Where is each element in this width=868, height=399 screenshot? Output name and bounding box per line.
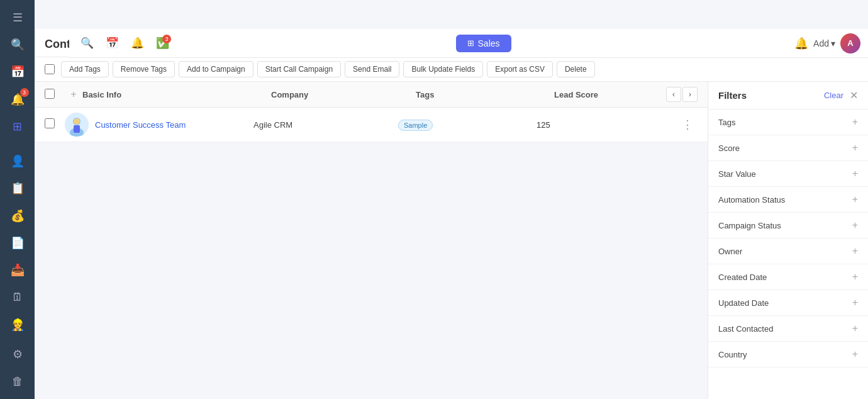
remove-tags-button[interactable]: Remove Tags bbox=[113, 61, 175, 77]
filter-created-date-label: Created Date bbox=[718, 273, 767, 282]
filter-updated-date-label: Updated Date bbox=[718, 298, 769, 308]
crm-icon[interactable]: ⊞ bbox=[5, 114, 30, 138]
row-company: Agile CRM bbox=[253, 120, 398, 130]
sales-button[interactable]: ⊞ Sales bbox=[456, 35, 511, 52]
next-page-button[interactable]: › bbox=[682, 87, 698, 102]
filter-star-value-plus: + bbox=[852, 168, 858, 179]
bulk-update-button[interactable]: Bulk Update Fields bbox=[403, 61, 483, 77]
svg-point-3 bbox=[74, 118, 80, 125]
admin-icon[interactable]: 👷 bbox=[5, 312, 30, 337]
filter-tags[interactable]: Tags + bbox=[708, 110, 868, 135]
avatar-svg bbox=[65, 113, 89, 137]
add-to-campaign-button[interactable]: Add to Campaign bbox=[179, 61, 253, 77]
delete-button[interactable]: Delete bbox=[557, 61, 595, 77]
start-call-campaign-button[interactable]: Start Call Campaign bbox=[257, 61, 341, 77]
basic-info-label: Basic Info bbox=[82, 90, 121, 99]
bell-topbar-icon[interactable]: 🔔 bbox=[127, 33, 147, 53]
filter-star-value-label: Star Value bbox=[718, 169, 756, 179]
notification-icon[interactable]: 🔔 bbox=[794, 37, 808, 50]
filter-updated-date-plus: + bbox=[852, 297, 858, 308]
clear-filters-link[interactable]: Clear bbox=[824, 91, 843, 100]
filter-campaign-status-plus: + bbox=[852, 220, 858, 231]
row-checkbox bbox=[45, 118, 65, 131]
filter-score[interactable]: Score + bbox=[708, 135, 868, 161]
filter-last-contacted-plus: + bbox=[852, 323, 858, 334]
close-filters-button[interactable]: ✕ bbox=[850, 89, 858, 101]
send-email-button[interactable]: Send Email bbox=[345, 61, 399, 77]
topbar-right: 🔔 Add ▾ A bbox=[794, 33, 860, 53]
contacts-icon[interactable]: 👤 bbox=[5, 149, 30, 173]
filter-score-plus: + bbox=[852, 142, 858, 154]
trash-icon[interactable]: 🗑 bbox=[5, 369, 30, 394]
badge-topbar-icon[interactable]: ✅3 bbox=[152, 33, 172, 53]
add-tags-button[interactable]: Add Tags bbox=[61, 61, 109, 77]
filter-automation-status[interactable]: Automation Status + bbox=[708, 187, 868, 213]
th-basic-info: Basic Info bbox=[82, 90, 271, 99]
tasks-badge: 3 bbox=[162, 35, 171, 43]
grid-icon: ⊞ bbox=[467, 38, 474, 48]
table-area: + Basic Info Company Tags Lead Score ‹ › bbox=[35, 82, 868, 399]
row-select-checkbox[interactable] bbox=[45, 118, 55, 128]
contact-avatar bbox=[65, 113, 89, 137]
select-all-checkbox[interactable] bbox=[45, 64, 55, 74]
tag-badge[interactable]: Sample bbox=[398, 120, 433, 131]
sales-label: Sales bbox=[478, 38, 500, 48]
filter-automation-status-label: Automation Status bbox=[718, 195, 785, 205]
add-button[interactable]: Add ▾ bbox=[813, 38, 835, 48]
filter-automation-status-plus: + bbox=[852, 194, 858, 205]
filter-tags-label: Tags bbox=[718, 118, 735, 127]
row-lead-score: 125 bbox=[537, 120, 677, 130]
row-more-button[interactable]: ⋮ bbox=[682, 118, 693, 132]
filters-header-actions: Clear ✕ bbox=[824, 89, 858, 101]
calendar2-icon[interactable]: 🗓 bbox=[5, 285, 30, 310]
filter-owner-plus: + bbox=[852, 245, 858, 257]
table-header: + Basic Info Company Tags Lead Score ‹ › bbox=[35, 82, 708, 108]
filter-last-contacted[interactable]: Last Contacted + bbox=[708, 316, 868, 342]
filter-owner-label: Owner bbox=[718, 247, 742, 256]
filter-created-date[interactable]: Created Date + bbox=[708, 264, 868, 290]
calendar-icon[interactable]: 📅 bbox=[5, 60, 30, 84]
filter-star-value[interactable]: Star Value + bbox=[708, 161, 868, 187]
row-actions: ⋮ bbox=[677, 118, 698, 132]
topbar-center: ⊞ Sales bbox=[177, 35, 789, 52]
topbar: 🔍 📅 🔔 ✅3 ⊞ Sales 🔔 Add ▾ A bbox=[69, 29, 868, 58]
filter-country[interactable]: Country + bbox=[708, 342, 868, 368]
calendar-topbar-icon[interactable]: 📅 bbox=[102, 33, 122, 53]
reports-icon[interactable]: 📋 bbox=[5, 176, 30, 201]
prev-page-button[interactable]: ‹ bbox=[666, 87, 681, 102]
filter-campaign-status-label: Campaign Status bbox=[718, 221, 781, 230]
filter-tags-plus: + bbox=[852, 116, 858, 128]
search-topbar-icon[interactable]: 🔍 bbox=[77, 33, 97, 53]
row-tags: Sample bbox=[398, 119, 537, 130]
export-csv-button[interactable]: Export as CSV bbox=[487, 61, 553, 77]
add-column-icon[interactable]: + bbox=[65, 89, 82, 100]
menu-icon[interactable]: ☰ bbox=[5, 5, 30, 30]
documents-icon[interactable]: 📄 bbox=[5, 230, 30, 255]
table-main: + Basic Info Company Tags Lead Score ‹ › bbox=[35, 82, 708, 399]
company-label: Company bbox=[271, 90, 308, 99]
tags-label: Tags bbox=[416, 90, 434, 99]
tasks-icon[interactable]: 🔔3 bbox=[5, 87, 30, 111]
filter-country-plus: + bbox=[852, 349, 858, 360]
contact-name[interactable]: Customer Success Team bbox=[95, 120, 186, 130]
toolbar: Add Tags Remove Tags Add to Campaign Sta… bbox=[35, 57, 868, 82]
lead-score-label: Lead Score bbox=[554, 90, 598, 99]
search-icon[interactable]: 🔍 bbox=[5, 32, 30, 57]
filter-updated-date[interactable]: Updated Date + bbox=[708, 290, 868, 316]
header-checkbox[interactable] bbox=[45, 89, 55, 99]
filter-created-date-plus: + bbox=[852, 271, 858, 283]
filter-campaign-status[interactable]: Campaign Status + bbox=[708, 213, 868, 239]
th-lead-score: Lead Score ‹ › bbox=[554, 87, 698, 102]
filter-owner[interactable]: Owner + bbox=[708, 239, 868, 264]
table-nav: ‹ › bbox=[666, 87, 698, 102]
integrations-icon[interactable]: ⚙ bbox=[5, 342, 30, 366]
filters-panel: Filters Clear ✕ Tags + Score + Star Valu… bbox=[708, 82, 868, 399]
table-row: Customer Success Team Agile CRM Sample 1… bbox=[35, 108, 708, 142]
th-checkbox bbox=[45, 89, 65, 101]
th-tags: Tags bbox=[416, 90, 554, 99]
filters-panel-title: Filters bbox=[718, 90, 747, 101]
user-avatar[interactable]: A bbox=[840, 33, 860, 53]
deals-icon[interactable]: 💰 bbox=[5, 203, 30, 228]
th-company: Company bbox=[271, 90, 416, 99]
inbox-icon[interactable]: 📥 bbox=[5, 258, 30, 283]
